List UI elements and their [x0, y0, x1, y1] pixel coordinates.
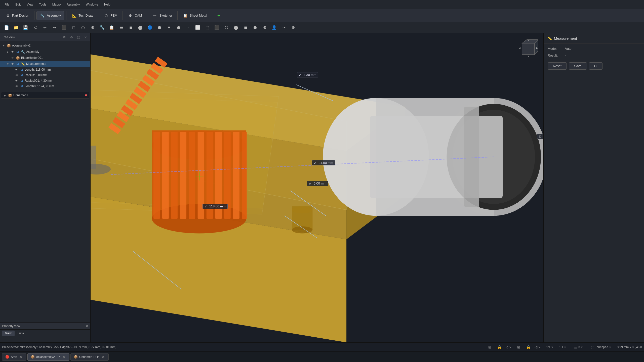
measurement-result-value: -	[565, 54, 566, 57]
taskbar-otkassembly[interactable]: 📦 otkassembly2 : 1* ✕	[27, 353, 69, 361]
workbench-partdesign[interactable]: ⚙ Part Design	[2, 11, 32, 20]
tb-tool6[interactable]: 📋	[107, 23, 116, 32]
menu-tools[interactable]: Tools	[37, 2, 49, 7]
tb-tool2[interactable]: ◻	[69, 23, 78, 32]
tb-new[interactable]: 📄	[2, 23, 11, 32]
scale-1[interactable]: 1:1 ▾	[544, 345, 555, 349]
tb-redo[interactable]: ↪	[50, 23, 59, 32]
menu-windows[interactable]: Windows	[83, 2, 101, 7]
tree-assembly-item[interactable]: ▶ 👁 ☑ 🔧 Assembly	[0, 49, 90, 55]
measurements-toggle[interactable]: ▼	[6, 62, 10, 66]
start-icon: 🔴	[5, 355, 9, 359]
tree-close-icon[interactable]: ✕	[83, 34, 88, 40]
property-close-button[interactable]: ✕	[85, 324, 88, 328]
ci-badge[interactable]: CI	[537, 134, 543, 139]
tb-tool21[interactable]: ⬢	[251, 23, 260, 32]
tb-tool13[interactable]: ⬟	[174, 23, 183, 32]
menu-view[interactable]: View	[24, 2, 36, 7]
nav-cube[interactable]: ▼ ▲ ◀ ▶	[518, 38, 538, 58]
length118-eye-icon[interactable]: 👁	[15, 68, 19, 72]
menu-assembly[interactable]: Assembly	[64, 2, 82, 7]
property-tab-view[interactable]: View	[2, 331, 15, 336]
workbench-fem[interactable]: ⬡ FEM	[100, 11, 120, 20]
measurement-save-button[interactable]: Save	[569, 62, 587, 70]
tb-tool16[interactable]: ⬚	[203, 23, 212, 32]
tb-tool9[interactable]: ⬤	[136, 23, 145, 32]
tb-tool22[interactable]: ⚙	[260, 23, 269, 32]
workbench-sheetmetal[interactable]: 📋 Sheet Metal	[180, 11, 210, 20]
root-toggle[interactable]: ▼	[2, 44, 6, 47]
unnamed1-close[interactable]: ✕	[101, 355, 105, 359]
measurements-eye-icon[interactable]: 👁	[11, 62, 15, 66]
tb-tool11[interactable]: ⬢	[155, 23, 164, 32]
measurement-close-button[interactable]: Cl	[589, 62, 602, 70]
tb-tool12[interactable]: ▼	[165, 23, 174, 32]
tree-settings-icon[interactable]: ⚙	[69, 34, 74, 40]
tb-save[interactable]: 💾	[21, 23, 30, 32]
tree-unnamed1-item[interactable]: ▶ 📦 Unnamed1	[1, 92, 89, 99]
main-toolbar: 📄 📁 💾 🖨 ↩ ↪ ⬛ ◻ ⬡ ⚙ 🔧 📋 ☰ ◼ ⬤ 🔵 ⬢ ▼ ⬟ ⬞ …	[0, 22, 644, 33]
tb-tool3[interactable]: ⬡	[78, 23, 88, 32]
tb-open[interactable]: 📁	[12, 23, 21, 32]
length245-eye-icon[interactable]: 👁	[15, 84, 19, 88]
tree-expand-icon[interactable]: ⬚	[76, 34, 81, 40]
input-mode-button[interactable]: ⬚ Touchpad ▾	[589, 345, 613, 350]
tb-undo[interactable]: ↩	[40, 23, 49, 32]
otkassembly-close[interactable]: ✕	[62, 355, 66, 359]
tb-tool20[interactable]: ◼	[241, 23, 250, 32]
tree-radius430-item[interactable]: ▶ 👁 ☑ Radius001: 4,30 mm	[0, 78, 90, 83]
menu-macro[interactable]: Macro	[50, 2, 63, 7]
assembly-eye-icon[interactable]: 👁	[11, 50, 15, 54]
tree-length118-item[interactable]: ▶ 👁 ☑ Length: 118,00 mm	[0, 67, 90, 72]
tb-tool1[interactable]: ⬛	[59, 23, 68, 32]
tree-measurements-item[interactable]: ▼ 👁 ☑ 📏 Measurements	[0, 61, 90, 67]
tb-tool17[interactable]: ⬛	[212, 23, 221, 32]
sheetmetal-icon: 📋	[183, 13, 188, 18]
menu-help[interactable]: Help	[102, 2, 113, 7]
grid-button-2[interactable]: ⊞	[515, 345, 522, 350]
grid-button-1[interactable]: ⊞	[486, 345, 493, 350]
bladeholder-eye-icon[interactable]: 👁	[11, 56, 15, 60]
tree-visibility-icon[interactable]: 👁	[62, 34, 67, 40]
tree-root-item[interactable]: ▼ 📦 otkassembly2	[0, 42, 90, 49]
workbench-cam[interactable]: ⚙ CAM	[125, 11, 145, 20]
workbench-techdraw[interactable]: 📐 TechDraw	[68, 11, 96, 20]
assembly-toggle[interactable]: ▶	[6, 50, 10, 54]
radius6-eye-icon[interactable]: 👁	[15, 73, 19, 77]
scale-2[interactable]: 1:1 ▾	[557, 345, 568, 349]
tb-tool15[interactable]: ⬜	[193, 23, 202, 32]
lock-button-2[interactable]: 🔒	[524, 345, 533, 350]
tree-radius6-item[interactable]: ▶ 👁 ☑ Radius: 6,00 mm	[0, 72, 90, 78]
tb-tool14[interactable]: ⬞	[184, 23, 193, 32]
tb-tool25[interactable]: ⚙	[289, 23, 298, 32]
tb-tool8[interactable]: ◼	[126, 23, 135, 32]
tb-tool5[interactable]: 🔧	[98, 23, 107, 32]
tb-tool23[interactable]: 👤	[270, 23, 279, 32]
status-sep-1	[484, 345, 484, 350]
tree-length245-item[interactable]: ▶ 👁 ☑ Length001: 24,50 mm	[0, 83, 90, 89]
unnamed1-toggle[interactable]: ▶	[3, 94, 7, 97]
tb-print[interactable]: 🖨	[31, 23, 40, 32]
add-workbench-button[interactable]: +	[214, 11, 223, 20]
layers-button[interactable]: ☰ 3 ▾	[572, 345, 585, 350]
3d-viewport[interactable]: ↙ 4,30 mm ↙ 24,50 mm ↙ 6,00 mm ↙ 118,00 …	[91, 33, 543, 342]
tb-tool7[interactable]: ☰	[117, 23, 126, 32]
taskbar-unnamed1[interactable]: 📦 Unnamed1 : 1* ✕	[70, 353, 109, 361]
tb-tool10[interactable]: 🔵	[145, 23, 154, 32]
radius430-eye-icon[interactable]: 👁	[15, 79, 19, 83]
menu-edit[interactable]: Edit	[13, 2, 23, 7]
tb-tool4[interactable]: ⚙	[88, 23, 97, 32]
workbench-assembly[interactable]: 🔧 Assembly	[36, 11, 64, 20]
start-close[interactable]: ✕	[19, 355, 23, 359]
workbench-sheetmetal-label: Sheet Metal	[190, 14, 207, 17]
workbench-sketcher[interactable]: ✏ Sketcher	[149, 11, 175, 20]
tb-tool18[interactable]: ⬡	[222, 23, 231, 32]
measurement-reset-button[interactable]: Reset	[548, 62, 567, 70]
menu-file[interactable]: File	[2, 2, 12, 7]
property-tab-data[interactable]: Data	[15, 331, 27, 336]
tb-tool24[interactable]: 〰	[279, 23, 288, 32]
taskbar-start[interactable]: 🔴 Start ✕	[2, 353, 26, 361]
tree-bladeholder-item[interactable]: ▶ 👁 📦 BladeHolder001	[0, 55, 90, 61]
lock-button-1[interactable]: 🔒	[495, 345, 504, 350]
tb-tool19[interactable]: ⬤	[231, 23, 240, 32]
